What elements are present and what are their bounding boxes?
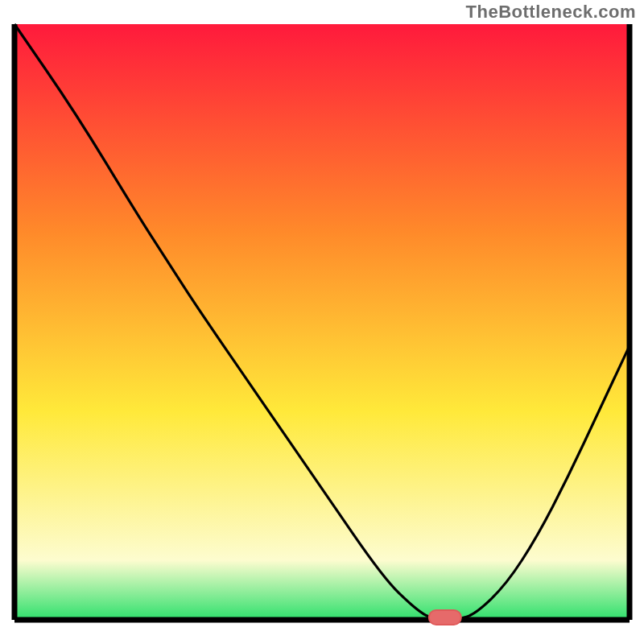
bottleneck-chart (0, 0, 644, 644)
chart-canvas: TheBottleneck.com (0, 0, 644, 644)
plot-background (14, 24, 630, 620)
optimal-marker (429, 610, 461, 625)
